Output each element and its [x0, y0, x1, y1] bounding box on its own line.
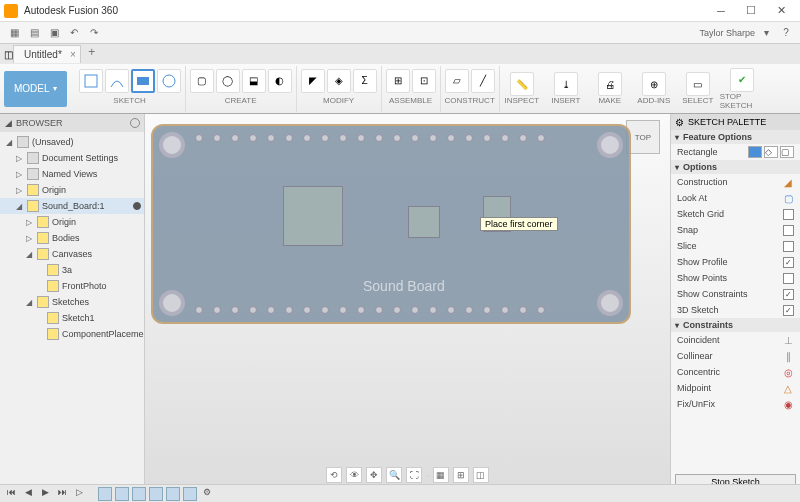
section-constraints[interactable]: ▾Constraints	[671, 318, 800, 332]
titlebar: Autodesk Fusion 360 ─ ☐ ✕	[0, 0, 800, 22]
fillet-icon[interactable]: ◤	[301, 69, 325, 93]
data-panel-icon[interactable]: ◫	[4, 49, 13, 60]
tl-back-icon[interactable]: ◀	[21, 487, 35, 501]
shell-icon[interactable]: ◈	[327, 69, 351, 93]
extrude-icon[interactable]: ⬓	[242, 69, 266, 93]
canvas-viewport[interactable]: TOP Sound Board Place first corner	[145, 114, 670, 494]
ribbon-stop-sketch[interactable]: ✔STOP SKETCH	[720, 66, 764, 112]
browser-settings-icon[interactable]	[130, 118, 140, 128]
ribbon-inspect[interactable]: 📏INSPECT	[500, 66, 544, 112]
box-icon[interactable]: ▢	[190, 69, 214, 93]
timeline-feature[interactable]	[132, 487, 146, 501]
ribbon-select[interactable]: ▭SELECT	[676, 66, 720, 112]
constraint-row[interactable]: Collinear∥	[671, 348, 800, 364]
option-row[interactable]: Look At▢	[671, 190, 800, 206]
section-options[interactable]: ▾Options	[671, 160, 800, 174]
timeline-feature[interactable]	[183, 487, 197, 501]
section-feature-options[interactable]: ▾Feature Options	[671, 130, 800, 144]
option-row[interactable]: Construction◢	[671, 174, 800, 190]
tab-untitled[interactable]: Untitled* ×	[13, 45, 81, 63]
svg-rect-0	[85, 75, 97, 87]
undo-icon[interactable]: ↶	[65, 24, 83, 42]
tl-start-icon[interactable]: ⏮	[4, 487, 18, 501]
user-dropdown-icon[interactable]: ▾	[757, 24, 775, 42]
ribbon-insert[interactable]: ⤓INSERT	[544, 66, 588, 112]
palette-header[interactable]: ⚙SKETCH PALETTE	[671, 114, 800, 130]
grid-settings-icon[interactable]: ⊞	[453, 467, 469, 483]
option-row[interactable]: Show Profile✓	[671, 254, 800, 270]
look-icon[interactable]: 👁	[346, 467, 362, 483]
maximize-button[interactable]: ☐	[736, 1, 766, 21]
tab-close-icon[interactable]: ×	[70, 49, 76, 60]
circle-icon[interactable]	[157, 69, 181, 93]
tree-node[interactable]: ▷Document Settings	[0, 150, 144, 166]
orbit-icon[interactable]: ⟲	[326, 467, 342, 483]
constraint-row[interactable]: Fix/UnFix◉	[671, 396, 800, 412]
rect-center-icon[interactable]: ▢	[780, 146, 794, 158]
option-row[interactable]: Show Constraints✓	[671, 286, 800, 302]
params-icon[interactable]: Σ	[353, 69, 377, 93]
option-row[interactable]: Sketch Grid	[671, 206, 800, 222]
rectangle-icon[interactable]	[131, 69, 155, 93]
option-row[interactable]: Slice	[671, 238, 800, 254]
timeline-feature[interactable]	[149, 487, 163, 501]
save-icon[interactable]: ▣	[45, 24, 63, 42]
fit-icon[interactable]: ⛶	[406, 467, 422, 483]
user-label[interactable]: Taylor Sharpe	[699, 24, 755, 42]
tl-fwd-icon[interactable]: ▶	[38, 487, 52, 501]
file-icon[interactable]: ▤	[25, 24, 43, 42]
tree-node[interactable]: ◢Canvases	[0, 246, 144, 262]
viewcube[interactable]: TOP	[626, 120, 660, 154]
add-tab-button[interactable]: +	[83, 45, 101, 63]
tree-node[interactable]: Sketch1	[0, 310, 144, 326]
tree-node[interactable]: 3a	[0, 262, 144, 278]
tree-node[interactable]: ▷Named Views	[0, 166, 144, 182]
tree-node[interactable]: ComponentPlacement	[0, 326, 144, 342]
timeline-feature[interactable]	[98, 487, 112, 501]
timeline-feature[interactable]	[115, 487, 129, 501]
option-row[interactable]: Show Points	[671, 270, 800, 286]
minimize-button[interactable]: ─	[706, 1, 736, 21]
tree-node[interactable]: ◢(Unsaved)	[0, 134, 144, 150]
tree-node[interactable]: ◢Sketches	[0, 294, 144, 310]
option-row[interactable]: 3D Sketch✓	[671, 302, 800, 318]
joint-icon[interactable]: ⊡	[412, 69, 436, 93]
timeline-feature[interactable]	[166, 487, 180, 501]
pan-icon[interactable]: ✥	[366, 467, 382, 483]
line-icon[interactable]	[105, 69, 129, 93]
workspace-switcher[interactable]: MODEL▾	[4, 71, 67, 107]
tree-node[interactable]: ▷Origin	[0, 182, 144, 198]
tl-play-icon[interactable]: ▷	[72, 487, 86, 501]
app-title: Autodesk Fusion 360	[24, 5, 706, 16]
display-icon[interactable]: ▦	[433, 467, 449, 483]
revolve-icon[interactable]: ◐	[268, 69, 292, 93]
zoom-icon[interactable]: 🔍	[386, 467, 402, 483]
rect-3pt-icon[interactable]: ◇	[764, 146, 778, 158]
tl-end-icon[interactable]: ⏭	[55, 487, 69, 501]
tree-node[interactable]: ▷Bodies	[0, 230, 144, 246]
gear-icon[interactable]: ⚙	[675, 117, 684, 128]
option-row[interactable]: Snap	[671, 222, 800, 238]
viewport-icon[interactable]: ◫	[473, 467, 489, 483]
help-icon[interactable]: ?	[777, 24, 795, 42]
cylinder-icon[interactable]: ◯	[216, 69, 240, 93]
constraint-row[interactable]: Midpoint△	[671, 380, 800, 396]
axis-icon[interactable]: ╱	[471, 69, 495, 93]
assemble-icon[interactable]: ⊞	[386, 69, 410, 93]
collapse-icon[interactable]: ◢	[4, 118, 12, 128]
constraint-row[interactable]: Coincident⊥	[671, 332, 800, 348]
tree-node[interactable]: FrontPhoto	[0, 278, 144, 294]
tl-settings-icon[interactable]: ⚙	[200, 487, 214, 501]
tree-node[interactable]: ◢Sound_Board:1	[0, 198, 144, 214]
sketch-icon[interactable]	[79, 69, 103, 93]
tree-node[interactable]: ▷Origin	[0, 214, 144, 230]
redo-icon[interactable]: ↷	[85, 24, 103, 42]
constraint-row[interactable]: Concentric◎	[671, 364, 800, 380]
ribbon-addins[interactable]: ⊕ADD-INS	[632, 66, 676, 112]
browser-header[interactable]: ◢ BROWSER	[0, 114, 144, 132]
rect-2pt-icon[interactable]	[748, 146, 762, 158]
ribbon-make[interactable]: 🖨MAKE	[588, 66, 632, 112]
plane-icon[interactable]: ▱	[445, 69, 469, 93]
grid-icon[interactable]: ▦	[5, 24, 23, 42]
close-button[interactable]: ✕	[766, 1, 796, 21]
